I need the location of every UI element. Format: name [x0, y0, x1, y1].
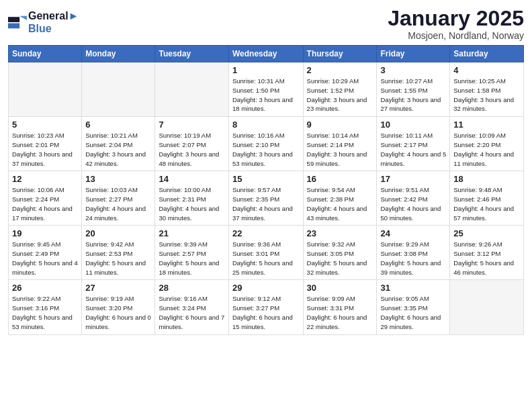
day-info: Sunrise: 9:39 AMSunset: 2:57 PMDaylight:…: [159, 240, 224, 277]
day-number: 13: [85, 174, 151, 184]
calendar-cell: 15Sunrise: 9:57 AMSunset: 2:35 PMDayligh…: [228, 171, 303, 226]
day-number: 21: [159, 228, 224, 238]
calendar-week-row: 26Sunrise: 9:22 AMSunset: 3:16 PMDayligh…: [9, 280, 524, 334]
calendar-cell: 1Sunrise: 10:31 AMSunset: 1:50 PMDayligh…: [228, 62, 303, 117]
day-number: 20: [85, 228, 151, 238]
calendar-cell: 4Sunrise: 10:25 AMSunset: 1:58 PMDayligh…: [450, 62, 524, 117]
day-number: 26: [12, 283, 78, 293]
svg-rect-2: [8, 17, 19, 22]
calendar-week-row: 19Sunrise: 9:45 AMSunset: 2:49 PMDayligh…: [9, 226, 524, 280]
day-info: Sunrise: 9:51 AMSunset: 2:42 PMDaylight:…: [380, 185, 446, 222]
page-header: General► Blue January 2025 Mosjoen, Nord…: [8, 7, 524, 41]
logo: General► Blue: [8, 9, 79, 35]
day-number: 6: [85, 120, 151, 130]
day-info: Sunrise: 9:26 AMSunset: 3:12 PMDaylight:…: [453, 240, 520, 277]
day-info: Sunrise: 10:16 AMSunset: 2:10 PMDaylight…: [232, 131, 300, 168]
calendar-cell: 6Sunrise: 10:21 AMSunset: 2:04 PMDayligh…: [82, 117, 155, 171]
day-number: 10: [380, 120, 446, 130]
calendar-cell: 22Sunrise: 9:36 AMSunset: 3:01 PMDayligh…: [228, 226, 303, 280]
calendar-cell: 30Sunrise: 9:09 AMSunset: 3:31 PMDayligh…: [303, 280, 377, 334]
day-info: Sunrise: 10:25 AMSunset: 1:58 PMDaylight…: [453, 77, 520, 113]
calendar-cell: 27Sunrise: 9:19 AMSunset: 3:20 PMDayligh…: [82, 280, 155, 334]
day-number: 4: [453, 65, 520, 75]
calendar-cell: 11Sunrise: 10:09 AMSunset: 2:20 PMDaylig…: [450, 117, 524, 171]
day-info: Sunrise: 10:00 AMSunset: 2:31 PMDaylight…: [159, 185, 224, 222]
calendar-cell: [82, 62, 155, 117]
day-info: Sunrise: 10:03 AMSunset: 2:27 PMDaylight…: [85, 185, 151, 222]
calendar-cell: 21Sunrise: 9:39 AMSunset: 2:57 PMDayligh…: [155, 226, 228, 280]
calendar-cell: 31Sunrise: 9:05 AMSunset: 3:35 PMDayligh…: [377, 280, 450, 334]
day-info: Sunrise: 9:16 AMSunset: 3:24 PMDaylight:…: [159, 294, 224, 331]
calendar-table: SundayMondayTuesdayWednesdayThursdayFrid…: [8, 45, 524, 334]
calendar-cell: [155, 62, 228, 117]
day-number: 22: [232, 228, 300, 238]
day-info: Sunrise: 9:32 AMSunset: 3:05 PMDaylight:…: [307, 240, 373, 277]
day-info: Sunrise: 10:31 AMSunset: 1:50 PMDaylight…: [232, 77, 300, 113]
column-header-tuesday: Tuesday: [155, 46, 228, 62]
column-header-monday: Monday: [82, 46, 155, 62]
day-info: Sunrise: 10:29 AMSunset: 1:52 PMDaylight…: [307, 77, 373, 113]
day-info: Sunrise: 10:23 AMSunset: 2:01 PMDaylight…: [12, 131, 78, 168]
day-number: 17: [380, 174, 446, 184]
day-number: 12: [12, 174, 78, 184]
calendar-cell: 9Sunrise: 10:14 AMSunset: 2:14 PMDayligh…: [303, 117, 377, 171]
day-number: 15: [232, 174, 300, 184]
day-number: 1: [232, 65, 300, 75]
day-info: Sunrise: 9:45 AMSunset: 2:49 PMDaylight:…: [12, 240, 78, 277]
day-number: 23: [307, 228, 373, 238]
calendar-cell: 5Sunrise: 10:23 AMSunset: 2:01 PMDayligh…: [9, 117, 82, 171]
calendar-cell: 16Sunrise: 9:54 AMSunset: 2:38 PMDayligh…: [303, 171, 377, 226]
day-number: 2: [307, 65, 373, 75]
day-info: Sunrise: 9:05 AMSunset: 3:35 PMDaylight:…: [380, 294, 446, 331]
day-number: 24: [380, 228, 446, 238]
day-info: Sunrise: 10:09 AMSunset: 2:20 PMDaylight…: [453, 131, 520, 168]
day-number: 8: [232, 120, 300, 130]
location-subtitle: Mosjoen, Nordland, Norway: [388, 30, 524, 41]
month-title: January 2025: [388, 7, 524, 30]
day-number: 28: [159, 283, 224, 293]
calendar-header-row: SundayMondayTuesdayWednesdayThursdayFrid…: [9, 46, 524, 62]
calendar-week-row: 5Sunrise: 10:23 AMSunset: 2:01 PMDayligh…: [9, 117, 524, 171]
calendar-cell: 3Sunrise: 10:27 AMSunset: 1:55 PMDayligh…: [377, 62, 450, 117]
calendar-cell: 28Sunrise: 9:16 AMSunset: 3:24 PMDayligh…: [155, 280, 228, 334]
calendar-cell: 14Sunrise: 10:00 AMSunset: 2:31 PMDaylig…: [155, 171, 228, 226]
day-number: 3: [380, 65, 446, 75]
day-info: Sunrise: 9:36 AMSunset: 3:01 PMDaylight:…: [232, 240, 300, 277]
day-info: Sunrise: 9:09 AMSunset: 3:31 PMDaylight:…: [307, 294, 373, 331]
svg-rect-3: [8, 24, 19, 29]
calendar-cell: 23Sunrise: 9:32 AMSunset: 3:05 PMDayligh…: [303, 226, 377, 280]
day-info: Sunrise: 9:12 AMSunset: 3:27 PMDaylight:…: [232, 294, 300, 331]
day-info: Sunrise: 9:29 AMSunset: 3:08 PMDaylight:…: [380, 240, 446, 277]
calendar-cell: 19Sunrise: 9:45 AMSunset: 2:49 PMDayligh…: [9, 226, 82, 280]
day-info: Sunrise: 10:11 AMSunset: 2:17 PMDaylight…: [380, 131, 446, 168]
calendar-cell: 18Sunrise: 9:48 AMSunset: 2:46 PMDayligh…: [450, 171, 524, 226]
day-number: 25: [453, 228, 520, 238]
day-number: 7: [159, 120, 224, 130]
column-header-sunday: Sunday: [9, 46, 82, 62]
day-number: 30: [307, 283, 373, 293]
day-number: 14: [159, 174, 224, 184]
day-info: Sunrise: 10:21 AMSunset: 2:04 PMDaylight…: [85, 131, 151, 168]
calendar-week-row: 1Sunrise: 10:31 AMSunset: 1:50 PMDayligh…: [9, 62, 524, 117]
calendar-cell: [9, 62, 82, 117]
calendar-cell: 17Sunrise: 9:51 AMSunset: 2:42 PMDayligh…: [377, 171, 450, 226]
title-block: January 2025 Mosjoen, Nordland, Norway: [388, 7, 524, 41]
calendar-week-row: 12Sunrise: 10:06 AMSunset: 2:24 PMDaylig…: [9, 171, 524, 226]
day-info: Sunrise: 10:06 AMSunset: 2:24 PMDaylight…: [12, 185, 78, 222]
day-number: 19: [12, 228, 78, 238]
calendar-cell: 24Sunrise: 9:29 AMSunset: 3:08 PMDayligh…: [377, 226, 450, 280]
logo-text: General► Blue: [28, 9, 79, 35]
day-number: 31: [380, 283, 446, 293]
day-number: 27: [85, 283, 151, 293]
day-number: 29: [232, 283, 300, 293]
day-number: 5: [12, 120, 78, 130]
calendar-cell: 26Sunrise: 9:22 AMSunset: 3:16 PMDayligh…: [9, 280, 82, 334]
calendar-cell: 10Sunrise: 10:11 AMSunset: 2:17 PMDaylig…: [377, 117, 450, 171]
calendar-cell: 12Sunrise: 10:06 AMSunset: 2:24 PMDaylig…: [9, 171, 82, 226]
calendar-cell: 20Sunrise: 9:42 AMSunset: 2:53 PMDayligh…: [82, 226, 155, 280]
day-number: 16: [307, 174, 373, 184]
calendar-cell: 29Sunrise: 9:12 AMSunset: 3:27 PMDayligh…: [228, 280, 303, 334]
day-number: 9: [307, 120, 373, 130]
day-info: Sunrise: 9:19 AMSunset: 3:20 PMDaylight:…: [85, 294, 151, 331]
calendar-cell: 13Sunrise: 10:03 AMSunset: 2:27 PMDaylig…: [82, 171, 155, 226]
